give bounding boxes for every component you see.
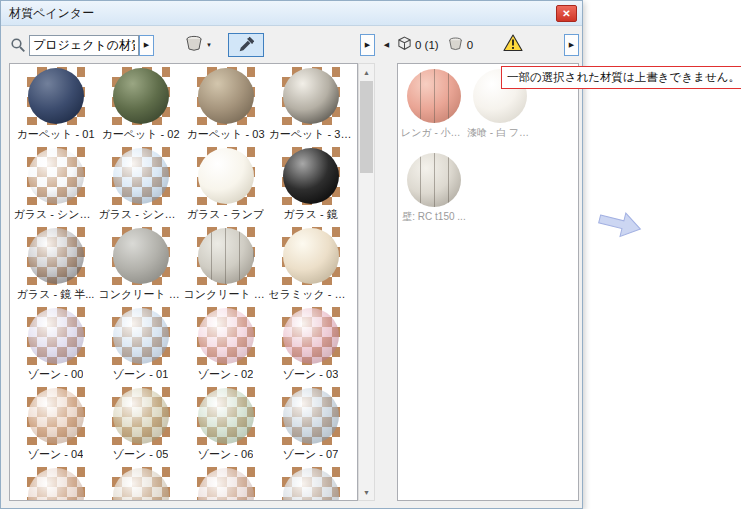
material-sphere: [283, 468, 339, 501]
material-item[interactable]: ガラス - 鏡 半...: [13, 227, 98, 307]
material-sphere: [113, 68, 169, 124]
paint-bucket-small-icon: [447, 36, 464, 55]
material-label: カーペット - 03: [186, 127, 264, 142]
material-sphere: [198, 148, 254, 204]
material-label: ゾーン - 03: [283, 367, 339, 382]
material-thumbnail: [282, 147, 340, 205]
material-item[interactable]: ゾーン - 06: [183, 387, 268, 467]
material-label: 壁: RC t150 ...: [402, 210, 465, 224]
material-item[interactable]: コンクリート - 03: [98, 227, 183, 307]
titlebar[interactable]: 材質ペインター ✕: [1, 1, 582, 26]
chevron-left-icon: ◀: [384, 41, 389, 49]
material-thumbnail: [406, 68, 462, 124]
material-thumbnail: [282, 67, 340, 125]
chevron-right-icon: ▶: [569, 41, 574, 49]
material-item[interactable]: ゾーン - 04: [13, 387, 98, 467]
material-thumbnail: [27, 147, 85, 205]
material-item[interactable]: ガラス - シンプ...: [98, 147, 183, 227]
material-item[interactable]: ゾーン - 03: [268, 307, 353, 387]
material-label: カーペット - 3D...: [269, 127, 353, 142]
eyedropper-button[interactable]: [228, 33, 264, 57]
material-item[interactable]: ゾーン - 02: [183, 307, 268, 387]
material-sphere: [113, 228, 169, 284]
material-item[interactable]: ゾーン - 07: [268, 387, 353, 467]
material-item[interactable]: コンクリート - 04: [183, 227, 268, 307]
left-panel-options-button[interactable]: ▶: [360, 34, 375, 56]
scrollbar-track[interactable]: [359, 80, 374, 484]
material-item[interactable]: [98, 467, 183, 501]
arrow-down-icon: ▼: [363, 489, 370, 496]
material-thumbnail: [406, 152, 462, 208]
warning-triangle-icon[interactable]: [503, 34, 523, 56]
material-item[interactable]: ガラス - 鏡: [268, 147, 353, 227]
panel-collapse-button[interactable]: ◀: [379, 37, 394, 53]
material-thumbnail: [27, 387, 85, 445]
painted-count: 0: [467, 39, 473, 51]
material-label: レンガ - 小端立て: [401, 126, 467, 140]
material-thumbnail: [112, 307, 170, 365]
material-sphere: [283, 68, 339, 124]
material-thumbnail: [112, 227, 170, 285]
material-search-input[interactable]: [29, 35, 139, 56]
material-item[interactable]: [183, 467, 268, 501]
material-item[interactable]: ゾーン - 01: [98, 307, 183, 387]
material-sphere: [198, 388, 254, 444]
material-sphere: [28, 68, 84, 124]
material-label: ガラス - ランプ: [187, 207, 264, 222]
material-item[interactable]: カーペット - 01: [13, 67, 98, 147]
left-grid-scrollbar[interactable]: ▲ ▼: [358, 63, 375, 501]
selected-material-item[interactable]: レンガ - 小端立て: [402, 68, 466, 152]
paint-bucket-icon: [184, 34, 204, 56]
material-label: ゾーン - 04: [28, 447, 84, 462]
close-button[interactable]: ✕: [556, 5, 577, 22]
material-label: ゾーン - 01: [113, 367, 169, 382]
material-label: ガラス - 鏡 半...: [17, 287, 95, 302]
material-item[interactable]: カーペット - 3D...: [268, 67, 353, 147]
material-label: 漆喰 - 白 ファイン: [467, 126, 533, 140]
material-sphere: [113, 308, 169, 364]
material-sphere: [28, 228, 84, 284]
material-label: ゾーン - 02: [198, 367, 254, 382]
material-thumbnail: [112, 387, 170, 445]
scrollbar-down-button[interactable]: ▼: [359, 484, 374, 500]
element-cube-icon: [397, 36, 412, 55]
material-item[interactable]: カーペット - 02: [98, 67, 183, 147]
right-header: 0 (1) 0 ▶: [397, 32, 579, 58]
material-label: ゾーン - 05: [113, 447, 169, 462]
material-item[interactable]: [268, 467, 353, 501]
material-label: ゾーン - 07: [283, 447, 339, 462]
search-dropdown-button[interactable]: ▶: [139, 35, 154, 56]
material-thumbnail: [27, 307, 85, 365]
window-title: 材質ペインター: [9, 5, 556, 22]
material-sphere: [28, 308, 84, 364]
search-icon: [9, 36, 27, 54]
material-label: カーペット - 01: [16, 127, 94, 142]
warning-tooltip: 一部の選択された材質は上書きできません。: [501, 66, 741, 89]
material-sphere: [283, 388, 339, 444]
material-label: ガラス - シンプル: [14, 207, 98, 222]
material-label: ガラス - シンプ...: [99, 207, 183, 222]
material-item[interactable]: ガラス - シンプル: [13, 147, 98, 227]
material-thumbnail: [282, 307, 340, 365]
arrow-up-icon: ▲: [363, 69, 370, 76]
canvas-orientation-arrow: [594, 203, 646, 245]
paint-bucket-button[interactable]: ▼: [184, 34, 212, 56]
picked-count: 0 (1): [415, 39, 439, 51]
material-item[interactable]: [13, 467, 98, 501]
material-item[interactable]: ゾーン - 05: [98, 387, 183, 467]
material-item[interactable]: ゾーン - 00: [13, 307, 98, 387]
material-label: コンクリート - 04: [184, 287, 268, 302]
selected-material-item[interactable]: 壁: RC t150 ...: [402, 152, 466, 236]
material-label: ゾーン - 00: [28, 367, 84, 382]
material-thumbnail: [112, 147, 170, 205]
material-thumbnail: [197, 67, 255, 125]
material-item[interactable]: ガラス - ランプ: [183, 147, 268, 227]
material-item[interactable]: カーペット - 03: [183, 67, 268, 147]
scrollbar-thumb[interactable]: [360, 81, 373, 173]
material-label: セラミック - 磁...: [269, 287, 353, 302]
material-item[interactable]: セラミック - 磁...: [268, 227, 353, 307]
bucket-dropdown-icon[interactable]: ▼: [206, 42, 212, 48]
right-panel-options-button[interactable]: ▶: [564, 34, 579, 56]
material-thumbnail: [27, 227, 85, 285]
scrollbar-up-button[interactable]: ▲: [359, 64, 374, 80]
